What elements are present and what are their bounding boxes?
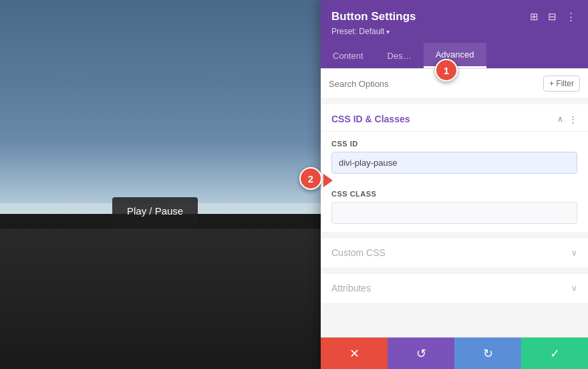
panel-icon-group: ⊞ ⊟ ⋮ — [529, 9, 577, 24]
css-class-field-group: CSS Class — [321, 182, 588, 232]
cancel-button[interactable]: ✕ — [321, 338, 388, 369]
css-class-input[interactable] — [331, 202, 577, 224]
redo-button[interactable]: ↻ — [454, 338, 521, 369]
css-class-label: CSS Class — [331, 190, 577, 198]
css-id-label: CSS ID — [331, 140, 577, 148]
tab-design[interactable]: Des… — [376, 43, 424, 68]
more-icon-button[interactable]: ⋮ — [565, 9, 577, 24]
tab-content[interactable]: Content — [321, 43, 376, 68]
attributes-header[interactable]: Attributes ∨ — [321, 273, 588, 303]
search-input[interactable] — [329, 79, 543, 89]
attributes-chevron-icon: ∨ — [571, 283, 577, 293]
section-css-title: CSS ID & Classes — [331, 114, 410, 124]
section-menu-icon[interactable]: ⋮ — [569, 114, 577, 124]
responsive-icon-button[interactable]: ⊞ — [529, 9, 540, 24]
css-id-classes-section: CSS ID & Classes ∧ ⋮ CSS ID CSS Class — [321, 104, 588, 232]
panel-title: Button Settings — [331, 10, 416, 23]
panel-body: + Filter CSS ID & Classes ∧ ⋮ CSS ID CSS… — [321, 69, 588, 337]
custom-css-title: Custom CSS — [331, 247, 386, 258]
filter-button[interactable]: + Filter — [543, 76, 580, 92]
custom-css-section: Custom CSS ∨ — [321, 237, 588, 267]
preset-arrow: ▾ — [386, 28, 390, 35]
panel-header: Button Settings ⊞ ⊟ ⋮ Preset: Default ▾ — [321, 0, 588, 43]
css-id-field-group: CSS ID — [321, 132, 588, 182]
custom-css-header[interactable]: Custom CSS ∨ — [321, 238, 588, 267]
settings-panel: Button Settings ⊞ ⊟ ⋮ Preset: Default ▾ … — [321, 0, 588, 369]
preset-label: Preset: Default — [331, 27, 384, 36]
step-badge-2: 2 — [299, 167, 322, 190]
attributes-title: Attributes — [331, 283, 371, 293]
undo-button[interactable]: ↺ — [388, 338, 454, 369]
play-pause-button[interactable]: Play / Pause — [112, 197, 198, 225]
save-button[interactable]: ✓ — [521, 338, 588, 369]
section-chevron-icon[interactable]: ∧ — [557, 114, 563, 124]
step-badge-1: 1 — [435, 59, 458, 82]
step2-arrow — [323, 174, 333, 187]
attributes-section: Attributes ∨ — [321, 273, 588, 303]
css-id-input[interactable] — [331, 152, 577, 174]
custom-css-chevron-icon: ∨ — [571, 248, 577, 257]
panel-footer: ✕ ↺ ↻ ✓ — [321, 337, 588, 369]
settings-icon-button[interactable]: ⊟ — [547, 9, 558, 24]
panel-preset[interactable]: Preset: Default ▾ — [331, 27, 577, 36]
